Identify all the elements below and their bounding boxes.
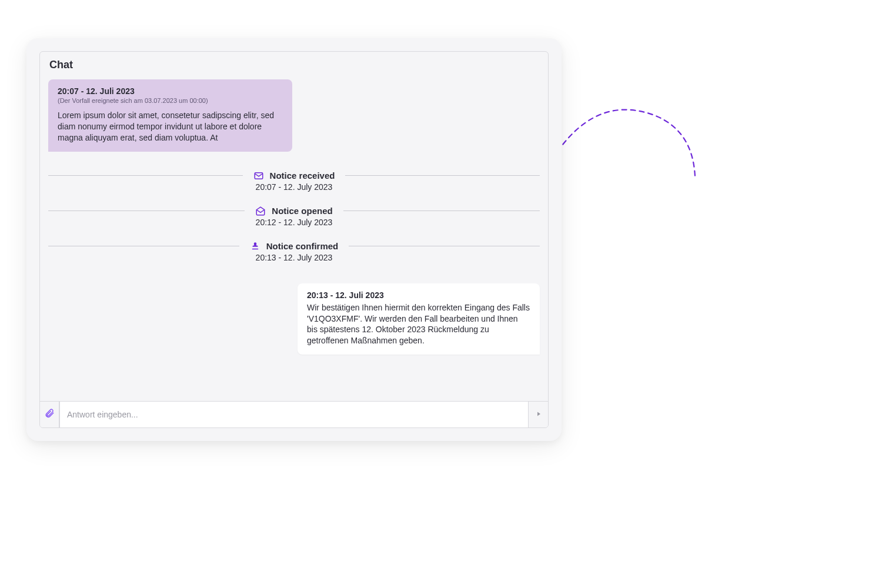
paperclip-icon <box>44 408 55 421</box>
message-note: (Der Vorfall ereignete sich am 03.07.202… <box>58 97 283 104</box>
separator-line <box>345 175 540 176</box>
input-bar <box>40 401 548 427</box>
message-timestamp: 20:07 - 12. Juli 2023 <box>58 86 283 96</box>
attach-button[interactable] <box>40 402 59 427</box>
separator-line <box>48 175 243 176</box>
status-title: Notice received <box>270 171 335 181</box>
chat-title: Chat <box>40 52 548 72</box>
chat-body[interactable]: 20:07 - 12. Juli 2023 (Der Vorfall ereig… <box>40 72 548 401</box>
status-time: 20:13 - 12. July 2023 <box>48 253 540 262</box>
stamp-icon <box>250 241 260 252</box>
message-body: Wir bestätigen Ihnen hiermit den korrekt… <box>307 302 530 347</box>
mail-open-icon <box>255 206 266 216</box>
status-time: 20:12 - 12. July 2023 <box>48 218 540 227</box>
reply-input[interactable] <box>59 402 529 427</box>
chat-panel: Chat 20:07 - 12. Juli 2023 (Der Vorfall … <box>39 51 549 428</box>
mail-closed-icon <box>253 171 264 181</box>
message-timestamp: 20:13 - 12. Juli 2023 <box>307 290 530 300</box>
status-title: Notice confirmed <box>266 241 339 251</box>
status-time: 20:07 - 12. July 2023 <box>48 182 540 192</box>
status-separator: Notice opened <box>48 206 540 216</box>
separator-line <box>48 246 239 246</box>
send-button[interactable] <box>529 402 548 427</box>
chat-card: Chat 20:07 - 12. Juli 2023 (Der Vorfall … <box>26 38 562 441</box>
separator-line <box>48 211 245 211</box>
separator-line <box>349 246 540 246</box>
separator-line <box>343 211 540 211</box>
send-icon <box>535 409 542 420</box>
status-separator: Notice confirmed <box>48 241 540 252</box>
decorative-curve <box>553 106 706 200</box>
status-title: Notice opened <box>272 206 332 216</box>
chat-message-outgoing: 20:13 - 12. Juli 2023 Wir bestätigen Ihn… <box>298 283 540 355</box>
svg-rect-1 <box>252 248 258 249</box>
chat-message-incoming: 20:07 - 12. Juli 2023 (Der Vorfall ereig… <box>48 79 292 152</box>
message-body: Lorem ipsum dolor sit amet, consetetur s… <box>58 110 283 143</box>
status-separator: Notice received <box>48 171 540 181</box>
